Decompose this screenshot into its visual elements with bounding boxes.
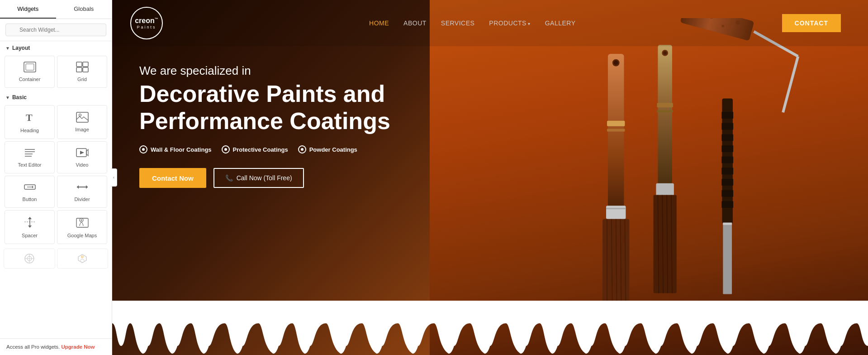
svg-line-41 [783, 56, 798, 112]
widget-divider-label: Divider [74, 197, 90, 202]
widget-image[interactable]: Image [57, 105, 107, 139]
widget-video[interactable]: Video [57, 141, 107, 173]
widget-image-label: Image [75, 127, 89, 132]
spacer-icon [24, 216, 36, 230]
svg-rect-46 [606, 208, 626, 209]
feature-dot-2 [222, 145, 230, 154]
container-icon [24, 62, 36, 74]
nav-link-home[interactable]: HOME [369, 19, 389, 27]
feature-label-3: Powder Coatings [309, 146, 357, 153]
svg-rect-72 [721, 168, 733, 174]
pro-widgets-area [0, 247, 112, 270]
svg-rect-44 [607, 129, 625, 132]
widget-video-label: Video [76, 162, 89, 168]
image-icon [76, 112, 89, 124]
logo-brand-text: creon™ [135, 17, 158, 24]
pro-widget-1[interactable] [4, 249, 55, 269]
phone-icon: 📞 [225, 174, 233, 182]
sidebar-collapse-handle[interactable]: ‹ [111, 168, 117, 187]
svg-rect-4 [76, 67, 82, 72]
svg-point-65 [663, 51, 667, 55]
svg-rect-2 [76, 62, 82, 67]
svg-rect-70 [721, 145, 733, 152]
svg-marker-20 [77, 185, 79, 189]
nav-link-gallery[interactable]: GALLERY [545, 19, 576, 27]
nav-links: HOME ABOUT SERVICES PRODUCTS GALLERY [369, 19, 575, 27]
widget-divider[interactable]: Divider [57, 176, 107, 208]
svg-rect-59 [654, 195, 677, 293]
call-now-label: Call Now (Toll Free) [237, 174, 292, 182]
tab-widgets[interactable]: Widgets [0, 0, 56, 19]
main-preview-area: creon™ Paints HOME ABOUT SERVICES PRODUC… [112, 0, 868, 355]
widget-grid[interactable]: Grid [57, 56, 107, 88]
nav-contact-button[interactable]: CONTACT [782, 14, 841, 32]
sidebar-footer: Access all Pro widgets. Upgrade Now [0, 338, 112, 355]
svg-text:T: T [26, 112, 33, 123]
contact-now-button[interactable]: Contact Now [139, 168, 206, 188]
feature-dot-1 [139, 145, 147, 154]
call-now-button[interactable]: 📞 Call Now (Toll Free) [213, 168, 304, 188]
basic-widget-grid: T Heading Image [0, 102, 112, 247]
paint-tools-illustration [556, 18, 850, 340]
layout-section-header[interactable]: ▼ Layout [0, 41, 112, 53]
search-input[interactable] [5, 24, 106, 36]
basic-section-header[interactable]: ▼ Basic [0, 91, 112, 102]
button-icon [24, 182, 36, 194]
widget-text-editor[interactable]: Text Editor [5, 141, 55, 173]
hero-features: Wall & Floor Coatings Protective Coating… [139, 145, 390, 154]
tab-globals[interactable]: Globals [56, 0, 112, 19]
pro-widgets-text: Access all Pro widgets. [6, 344, 60, 350]
hero-buttons: Contact Now 📞 Call Now (Toll Free) [139, 168, 390, 188]
navbar: creon™ Paints HOME ABOUT SERVICES PRODUC… [112, 0, 868, 46]
pro-widget-2[interactable] [57, 249, 109, 269]
svg-rect-75 [721, 201, 733, 208]
google-maps-icon [76, 216, 89, 230]
widget-button[interactable]: Button [5, 176, 55, 208]
svg-rect-77 [723, 223, 732, 225]
svg-rect-71 [721, 157, 733, 163]
logo-sub-text: Paints [137, 25, 156, 29]
logo-circle: creon™ Paints [130, 7, 163, 39]
heading-icon: T [24, 111, 36, 125]
divider-icon [76, 182, 89, 194]
svg-rect-58 [656, 183, 674, 196]
basic-section-label: Basic [12, 94, 27, 101]
widget-container[interactable]: Container [5, 56, 55, 88]
svg-marker-19 [86, 185, 88, 189]
svg-rect-45 [606, 206, 626, 219]
nav-link-about[interactable]: ABOUT [403, 19, 427, 27]
widget-button-label: Button [23, 197, 37, 202]
svg-rect-5 [83, 67, 88, 72]
feature-protective: Protective Coatings [222, 145, 288, 154]
feature-dot-3 [298, 145, 306, 154]
widget-google-maps[interactable]: Google Maps [57, 210, 107, 244]
svg-rect-74 [721, 190, 733, 197]
feature-wall: Wall & Floor Coatings [139, 145, 212, 154]
svg-rect-7 [76, 112, 88, 122]
svg-rect-1 [26, 64, 34, 70]
hero-title: Decorative Paints andPerformance Coating… [139, 81, 390, 135]
feature-label-2: Protective Coatings [233, 146, 288, 153]
collapse-icon: ‹ [113, 175, 114, 180]
hero-content: We are specialized in Decorative Paints … [139, 63, 390, 188]
drip-svg [112, 301, 868, 355]
nav-link-products[interactable]: PRODUCTS [489, 19, 530, 27]
feature-label-1: Wall & Floor Coatings [151, 146, 212, 153]
layout-widget-grid: Container Grid [0, 53, 112, 91]
svg-marker-22 [28, 217, 32, 219]
nav-link-services[interactable]: SERVICES [441, 19, 475, 27]
video-icon [76, 147, 89, 159]
widget-heading[interactable]: T Heading [5, 105, 55, 139]
svg-rect-43 [607, 121, 625, 126]
widget-text-editor-label: Text Editor [18, 162, 42, 168]
svg-point-8 [79, 114, 81, 116]
svg-rect-42 [608, 54, 624, 224]
svg-rect-56 [657, 103, 673, 107]
hero-subtitle: We are specialized in [139, 63, 390, 79]
widget-spacer[interactable]: Spacer [5, 210, 55, 244]
svg-rect-68 [721, 123, 733, 130]
svg-rect-67 [721, 112, 733, 119]
logo-area: creon™ Paints [130, 7, 163, 39]
svg-rect-55 [658, 45, 672, 201]
upgrade-link[interactable]: Upgrade Now [61, 344, 95, 350]
